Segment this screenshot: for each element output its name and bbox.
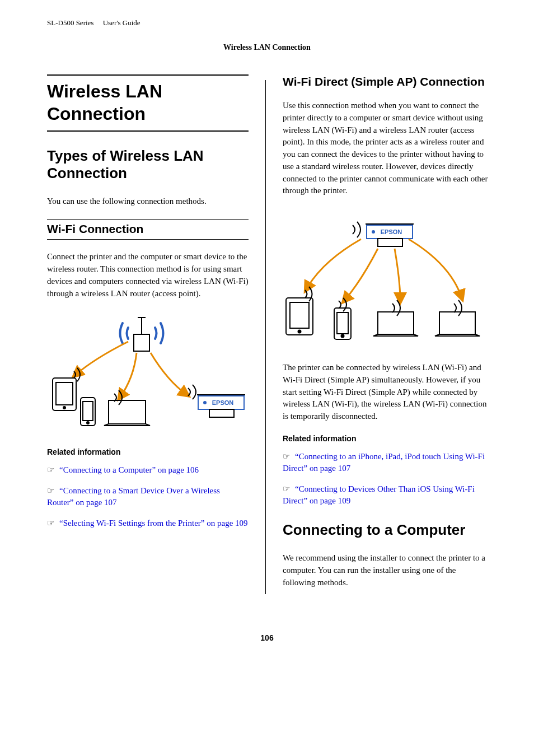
pointer-icon: ☞ <box>283 483 295 495</box>
wifi-direct-paragraph-2: The printer can be connected by wireless… <box>283 362 490 423</box>
svg-point-5 <box>63 407 65 409</box>
diagram-printer-label: EPSON <box>381 228 402 235</box>
page-number: 106 <box>47 633 487 642</box>
section-title: Wireless LAN Connection <box>47 43 487 52</box>
link-connecting-smart-device[interactable]: ☞“Connecting to a Smart Device Over a Wi… <box>47 485 249 508</box>
link-selecting-wifi-settings[interactable]: ☞“Selecting Wi-Fi Settings from the Prin… <box>47 517 249 529</box>
column-divider <box>265 80 266 594</box>
svg-rect-4 <box>56 382 73 405</box>
link-connecting-ios[interactable]: ☞“Connecting to an iPhone, iPad, iPod to… <box>283 451 490 474</box>
pointer-icon: ☞ <box>47 464 59 476</box>
content-columns: Wireless LAN Connection Types of Wireles… <box>47 74 487 600</box>
svg-point-15 <box>372 230 375 234</box>
link-connecting-computer[interactable]: ☞“Connecting to a Computer” on page 106 <box>47 464 249 476</box>
svg-point-23 <box>341 335 344 338</box>
pointer-icon: ☞ <box>283 451 295 463</box>
svg-rect-0 <box>134 334 149 351</box>
svg-rect-9 <box>109 400 146 424</box>
svg-point-8 <box>87 422 89 424</box>
left-column: Wireless LAN Connection Types of Wireles… <box>47 74 249 600</box>
intro-paragraph: You can use the following connection met… <box>47 195 249 208</box>
pointer-icon: ☞ <box>47 485 59 497</box>
connecting-paragraph: We recommend using the installer to conn… <box>283 552 490 589</box>
svg-rect-12 <box>209 409 234 417</box>
heading-h2-types: Types of Wireless LAN Connection <box>47 147 249 182</box>
link-connecting-other-devices[interactable]: ☞“Connecting to Devices Other Than iOS U… <box>283 483 490 507</box>
diagram-printer-label: EPSON <box>212 399 234 406</box>
page-header: SL-D500 Series User's Guide <box>47 18 487 27</box>
svg-rect-25 <box>439 312 475 334</box>
svg-point-11 <box>203 401 207 404</box>
heading-h3-wifi: Wi-Fi Connection <box>47 219 249 240</box>
svg-rect-24 <box>378 312 414 334</box>
heading-h2-connecting: Connecting to a Computer <box>283 521 490 539</box>
heading-h1: Wireless LAN Connection <box>47 74 249 132</box>
svg-rect-16 <box>378 239 402 246</box>
pointer-icon: ☞ <box>47 517 59 529</box>
heading-h3-wifi-direct: Wi-Fi Direct (Simple AP) Connection <box>283 74 490 88</box>
wifi-paragraph: Connect the printer and the computer or … <box>47 251 249 300</box>
wifi-direct-paragraph-1: Use this connection method when you want… <box>283 100 490 197</box>
wifi-connection-diagram: EPSON <box>47 311 249 434</box>
svg-rect-7 <box>83 402 93 421</box>
svg-point-20 <box>298 330 301 333</box>
wifi-direct-diagram: EPSON <box>283 208 490 348</box>
doc-type: User's Guide <box>103 18 140 27</box>
svg-rect-22 <box>337 312 348 334</box>
related-info-heading: Related information <box>283 434 490 443</box>
product-name: SL-D500 Series <box>47 18 93 27</box>
related-info-heading: Related information <box>47 447 249 456</box>
svg-rect-19 <box>290 302 309 328</box>
right-column: Wi-Fi Direct (Simple AP) Connection Use … <box>283 74 490 600</box>
